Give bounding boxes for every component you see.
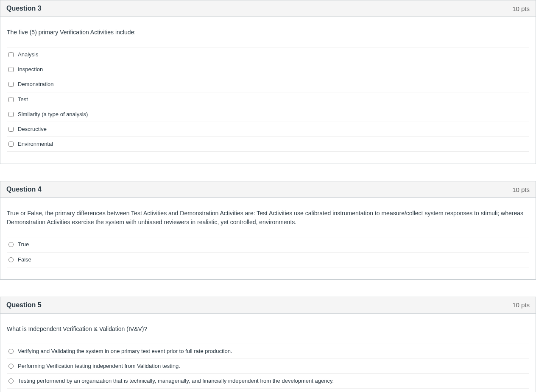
answers-list: True False — [7, 237, 529, 267]
answer-label: Inspection — [18, 66, 43, 73]
answer-radio[interactable] — [8, 242, 14, 247]
answer-label: True — [18, 241, 29, 248]
answers-list: Analysis Inspection Demonstration Test S… — [7, 47, 529, 152]
answer-option[interactable]: Analysis — [7, 47, 529, 62]
answer-label: False — [18, 256, 31, 264]
answer-checkbox[interactable] — [8, 112, 14, 117]
answer-option[interactable]: False — [7, 253, 529, 267]
question-block-4: Question 4 10 pts True or False, the pri… — [0, 181, 536, 279]
answer-option[interactable]: Inspection — [7, 62, 529, 77]
question-header: Question 3 10 pts — [0, 0, 536, 17]
answer-option[interactable]: Performing Verification testing independ… — [7, 359, 529, 374]
answer-checkbox[interactable] — [8, 127, 14, 132]
question-points: 10 pts — [512, 301, 530, 309]
question-header: Question 4 10 pts — [0, 181, 536, 198]
answer-option[interactable]: Demonstration — [7, 77, 529, 92]
answer-option[interactable]: Gathering developmental test data and pr… — [7, 389, 529, 392]
answer-label: Demonstration — [18, 81, 54, 88]
answer-radio[interactable] — [8, 349, 14, 354]
question-body: What is Independent Verification & Valid… — [0, 314, 536, 392]
answer-radio[interactable] — [8, 378, 14, 384]
answer-label: Verifying and Validating the system in o… — [18, 348, 232, 355]
answer-checkbox[interactable] — [8, 142, 14, 147]
answer-option[interactable]: Test — [7, 92, 529, 107]
answer-label: Test — [18, 96, 28, 103]
question-body: True or False, the primary differences b… — [0, 198, 536, 279]
question-text: What is Independent Verification & Valid… — [7, 325, 529, 334]
answer-option[interactable]: Descructive — [7, 122, 529, 137]
answer-checkbox[interactable] — [8, 67, 14, 72]
answer-label: Similarity (a type of analysis) — [18, 111, 88, 118]
answer-checkbox[interactable] — [8, 97, 14, 102]
answer-checkbox[interactable] — [8, 82, 14, 87]
question-text: The five (5) primary Verification Activi… — [7, 28, 529, 37]
answers-list: Verifying and Validating the system in o… — [7, 344, 529, 392]
answer-radio[interactable] — [8, 364, 14, 369]
question-text: True or False, the primary differences b… — [7, 209, 529, 227]
question-title: Question 4 — [6, 186, 42, 193]
answer-label: Testing performend by an organization th… — [18, 377, 334, 385]
answer-option[interactable]: Verifying and Validating the system in o… — [7, 344, 529, 359]
question-title: Question 5 — [6, 301, 42, 309]
question-points: 10 pts — [512, 186, 530, 193]
answer-option[interactable]: Environmental — [7, 137, 529, 152]
question-header: Question 5 10 pts — [0, 297, 536, 314]
answer-option[interactable]: Testing performend by an organization th… — [7, 374, 529, 389]
answer-checkbox[interactable] — [8, 52, 14, 57]
question-points: 10 pts — [512, 5, 530, 12]
question-block-3: Question 3 10 pts The five (5) primary V… — [0, 0, 536, 164]
question-title: Question 3 — [6, 5, 42, 12]
answer-option[interactable]: True — [7, 237, 529, 252]
answer-label: Performing Verification testing independ… — [18, 362, 180, 370]
answer-label: Environmental — [18, 140, 53, 148]
answer-option[interactable]: Similarity (a type of analysis) — [7, 107, 529, 122]
question-block-5: Question 5 10 pts What is Independent Ve… — [0, 297, 536, 392]
answer-label: Descructive — [18, 125, 47, 133]
answer-label: Analysis — [18, 51, 38, 58]
question-body: The five (5) primary Verification Activi… — [0, 17, 536, 164]
answer-radio[interactable] — [8, 257, 14, 262]
